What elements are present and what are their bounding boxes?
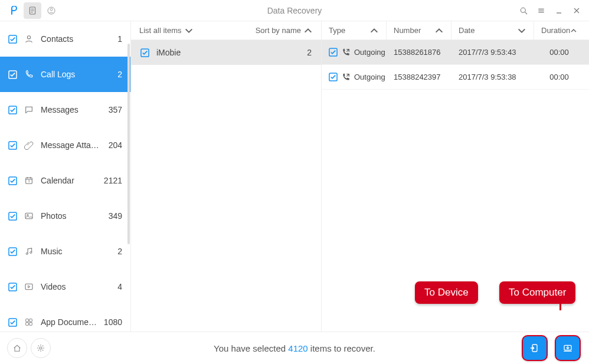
item-pane-header: List all items Sort by name	[131, 21, 321, 40]
chevron-up-icon	[369, 26, 379, 35]
svg-rect-15	[25, 213, 32, 218]
col-type[interactable]: Type	[322, 21, 387, 40]
table-row[interactable]: Outgoing 15388261876 2017/7/3 9:53:43 00…	[322, 40, 589, 65]
minimize-icon[interactable]	[552, 4, 565, 17]
checkbox-icon[interactable]	[8, 247, 17, 256]
tab-device-icon[interactable]	[42, 2, 60, 19]
window-controls	[517, 4, 583, 17]
checkbox-icon[interactable]	[8, 283, 17, 291]
checkbox-icon[interactable]	[140, 48, 149, 57]
checkbox-icon[interactable]	[8, 141, 17, 150]
sidebar-item-count: 2121	[104, 176, 122, 185]
chevron-up-icon	[303, 26, 313, 35]
sidebar-item-label: Photos	[41, 211, 103, 221]
checkbox-icon[interactable]	[8, 70, 17, 79]
sidebar-item-label: Messages	[41, 105, 103, 114]
window-title: Data Recovery	[0, 6, 589, 15]
titlebar: Data Recovery	[0, 0, 589, 21]
search-icon[interactable]	[517, 4, 530, 17]
chevron-up-icon	[570, 26, 577, 35]
filter-label: List all items	[139, 26, 182, 35]
cell-number: 15388261876	[394, 48, 441, 57]
recover-to-computer-button[interactable]	[555, 335, 581, 361]
cell-date: 2017/7/3 9:53:43	[459, 48, 516, 57]
tab-page-icon[interactable]	[24, 2, 41, 19]
svg-rect-23	[26, 319, 29, 322]
sidebar-item-contacts[interactable]: Contacts 1	[0, 21, 130, 57]
calendar-icon: 3	[23, 176, 35, 185]
outgoing-call-icon	[341, 73, 351, 82]
sidebar-item-music[interactable]: Music 2	[0, 234, 130, 269]
messages-icon	[23, 105, 35, 114]
callout-to-computer: To Computer	[499, 281, 575, 304]
scrollbar[interactable]	[127, 44, 130, 244]
contacts-icon	[23, 34, 35, 44]
sidebar-item-photos[interactable]: Photos 349	[0, 198, 130, 234]
chevron-up-icon	[434, 26, 444, 35]
videos-icon	[23, 282, 35, 291]
col-date[interactable]: Date	[451, 21, 534, 40]
svg-rect-21	[25, 284, 32, 289]
sidebar-item-messages[interactable]: Messages 357	[0, 92, 130, 127]
checkbox-icon[interactable]	[8, 176, 17, 185]
group-count: 2	[307, 48, 312, 57]
sidebar-item-count: 4	[117, 282, 122, 291]
sidebar-item-count: 1	[117, 34, 122, 44]
svg-line-4	[525, 12, 527, 14]
column-headers: Type Number Date Duration	[322, 21, 589, 40]
menu-icon[interactable]	[535, 4, 548, 17]
sidebar-item-count: 2	[117, 247, 122, 256]
svg-point-30	[40, 347, 42, 349]
recover-to-device-button[interactable]	[522, 335, 548, 361]
checkbox-icon[interactable]	[8, 106, 17, 114]
cell-type: Outgoing	[354, 48, 385, 57]
chevron-down-icon	[184, 26, 194, 35]
sidebar-item-count: 2	[117, 70, 122, 79]
sort-label: Sort by name	[256, 26, 301, 35]
group-name: iMobie	[156, 48, 300, 57]
sidebar-item-count: 349	[109, 211, 122, 221]
sidebar-item-calllogs[interactable]: Call Logs 2	[0, 57, 130, 92]
sidebar-item-label: Contacts	[41, 34, 112, 44]
checkbox-icon[interactable]	[8, 35, 17, 44]
callout-arrow-icon	[460, 301, 470, 310]
footer-message: You have selected 4120 items to recover.	[0, 343, 589, 353]
svg-text:3: 3	[28, 180, 30, 183]
checkbox-icon[interactable]	[8, 318, 17, 327]
settings-button[interactable]	[31, 338, 51, 358]
close-icon[interactable]	[570, 4, 583, 17]
col-number[interactable]: Number	[387, 21, 451, 40]
svg-point-19	[30, 251, 32, 253]
cell-type: Outgoing	[354, 73, 385, 81]
sidebar-item-label: Music	[41, 247, 112, 256]
cell-date: 2017/7/3 9:53:38	[459, 73, 516, 81]
sidebar-item-message-attachments[interactable]: Message Attach... 204	[0, 127, 130, 163]
sidebar-item-count: 357	[109, 105, 122, 114]
sidebar-item-calendar[interactable]: 3 Calendar 2121	[0, 163, 130, 198]
group-row[interactable]: iMobie 2	[131, 40, 321, 65]
documents-icon	[23, 317, 35, 327]
photos-icon	[23, 211, 35, 221]
sidebar-item-label: Calendar	[41, 176, 98, 185]
sort-dropdown[interactable]: Sort by name	[256, 26, 313, 35]
svg-point-7	[27, 36, 30, 39]
cell-duration: 00:00	[549, 48, 569, 57]
filter-all-dropdown[interactable]: List all items	[139, 26, 194, 35]
attachment-icon	[23, 140, 35, 150]
checkbox-icon[interactable]	[8, 212, 17, 221]
checkbox-icon[interactable]	[329, 48, 338, 57]
checkbox-icon[interactable]	[329, 73, 338, 81]
sidebar-item-label: Videos	[41, 282, 112, 291]
sidebar-item-count: 204	[109, 140, 122, 150]
sidebar-item-app-documents[interactable]: App Documents 1080	[0, 304, 130, 332]
svg-point-18	[26, 252, 28, 254]
sidebar-item-count: 1080	[104, 317, 122, 327]
home-button[interactable]	[7, 338, 27, 358]
sidebar-item-label: App Documents	[41, 317, 98, 327]
callout-arrow-icon	[552, 301, 561, 310]
footer: You have selected 4120 items to recover.	[0, 332, 589, 364]
table-row[interactable]: Outgoing 15388242397 2017/7/3 9:53:38 00…	[322, 65, 589, 90]
sidebar-item-videos[interactable]: Videos 4	[0, 269, 130, 304]
col-duration[interactable]: Duration	[534, 21, 584, 40]
svg-rect-25	[26, 323, 29, 326]
